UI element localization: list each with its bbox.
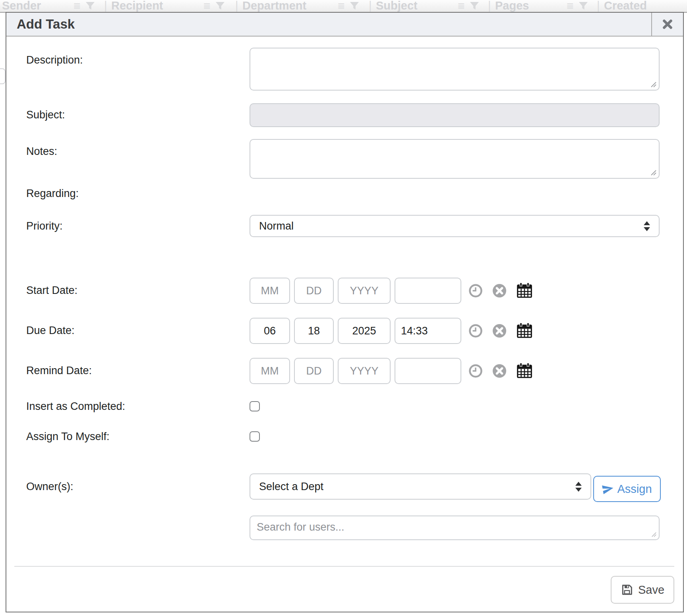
- close-button[interactable]: [651, 13, 683, 36]
- screen: Sender ≡ | Recipient ≡ | Department ≡ | …: [0, 0, 687, 616]
- owners-label: Owner(s):: [26, 481, 74, 493]
- remind-time-picker-button[interactable]: [468, 364, 483, 378]
- save-button[interactable]: Save: [611, 576, 674, 604]
- filter-funnel-icon: [470, 2, 479, 10]
- assign-to-myself-label: Assign To Myself:: [26, 431, 110, 443]
- subject-label: Subject:: [26, 109, 65, 121]
- bg-column-subject: Subject: [376, 0, 418, 12]
- insert-as-completed-checkbox[interactable]: [250, 401, 260, 411]
- calendar-icon: [516, 322, 533, 339]
- calendar-icon: [516, 363, 533, 379]
- due-calendar-button[interactable]: [516, 322, 533, 339]
- select-arrows-icon: [644, 221, 650, 231]
- start-time-picker-button[interactable]: [468, 284, 483, 298]
- resize-grip-icon[interactable]: [651, 532, 657, 537]
- start-year-input[interactable]: [338, 278, 391, 304]
- due-year-input[interactable]: [338, 318, 391, 344]
- start-time-input[interactable]: [395, 278, 461, 304]
- sort-icon: ≡: [567, 1, 574, 11]
- bg-divider: |: [104, 0, 107, 12]
- remind-year-input[interactable]: [338, 358, 391, 384]
- x-circle-icon: [492, 324, 507, 338]
- due-date-label: Due Date:: [26, 324, 75, 337]
- priority-label: Priority:: [26, 220, 63, 232]
- x-circle-icon: [492, 284, 507, 298]
- modal-title: Add Task: [6, 13, 651, 36]
- select-arrows-icon: [575, 482, 582, 492]
- due-time-picker-button[interactable]: [468, 324, 483, 338]
- start-calendar-button[interactable]: [516, 282, 533, 299]
- clock-icon: [468, 364, 483, 378]
- save-floppy-icon: [621, 583, 633, 596]
- bg-column-sender: Sender: [2, 0, 41, 12]
- start-clear-button[interactable]: [492, 284, 507, 298]
- clock-icon: [468, 324, 483, 338]
- footer-divider: [14, 566, 674, 567]
- due-month-input[interactable]: [250, 318, 290, 344]
- background-input-fragment: [0, 68, 6, 84]
- bg-column-created: Created: [604, 0, 647, 12]
- due-day-input[interactable]: [294, 318, 334, 344]
- remind-time-input[interactable]: [395, 358, 461, 384]
- background-table-header: Sender ≡ | Recipient ≡ | Department ≡ | …: [0, 0, 687, 13]
- notes-textarea[interactable]: [250, 139, 660, 179]
- insert-as-completed-label: Insert as Completed:: [26, 400, 125, 413]
- paper-plane-icon: [601, 482, 615, 496]
- start-month-input[interactable]: [250, 278, 290, 304]
- bg-column-pages: Pages: [495, 0, 529, 12]
- clock-icon: [468, 284, 483, 298]
- resize-grip-icon[interactable]: [650, 170, 657, 176]
- modal-header: Add Task: [6, 13, 683, 37]
- owner-dept-select-value: Select a Dept: [259, 481, 323, 493]
- remind-calendar-button[interactable]: [516, 363, 533, 379]
- filter-funnel-icon: [579, 2, 588, 10]
- filter-funnel-icon: [85, 2, 95, 10]
- sort-icon: ≡: [458, 1, 465, 11]
- filter-funnel-icon: [215, 2, 225, 10]
- bg-divider: |: [235, 0, 238, 12]
- add-task-modal: Add Task Description:: [6, 12, 684, 612]
- filter-funnel-icon: [350, 2, 359, 10]
- calendar-icon: [516, 282, 533, 299]
- remind-day-input[interactable]: [294, 358, 334, 384]
- due-clear-button[interactable]: [492, 324, 507, 338]
- bg-divider: |: [597, 0, 600, 12]
- x-circle-icon: [492, 364, 507, 378]
- bg-divider: |: [369, 0, 372, 12]
- resize-grip-icon[interactable]: [650, 81, 657, 88]
- user-search-input[interactable]: [250, 516, 660, 540]
- remind-date-label: Remind Date:: [26, 365, 92, 377]
- assign-to-myself-checkbox[interactable]: [250, 431, 260, 442]
- remind-clear-button[interactable]: [492, 364, 507, 378]
- subject-input: [250, 103, 660, 127]
- description-textarea[interactable]: [250, 48, 660, 91]
- save-button-label: Save: [638, 583, 664, 597]
- notes-label: Notes:: [26, 145, 57, 158]
- sort-icon: ≡: [74, 1, 81, 11]
- sort-icon: ≡: [338, 1, 345, 11]
- due-time-input[interactable]: [395, 318, 461, 344]
- regarding-label: Regarding:: [26, 187, 79, 200]
- bg-column-department: Department: [242, 0, 306, 12]
- sort-icon: ≡: [203, 1, 211, 11]
- assign-button-label: Assign: [617, 483, 652, 496]
- bg-column-recipient: Recipient: [111, 0, 163, 12]
- modal-body: Description: Subject:: [6, 37, 683, 612]
- close-icon: [661, 17, 674, 31]
- assign-button[interactable]: Assign: [593, 476, 661, 502]
- owner-dept-select[interactable]: Select a Dept: [250, 473, 591, 500]
- bg-divider: |: [488, 0, 491, 12]
- remind-month-input[interactable]: [250, 358, 290, 384]
- start-date-label: Start Date:: [26, 284, 77, 297]
- priority-select[interactable]: Normal: [250, 215, 660, 237]
- start-day-input[interactable]: [294, 278, 334, 304]
- priority-select-value: Normal: [259, 220, 294, 232]
- description-label: Description:: [26, 54, 83, 66]
